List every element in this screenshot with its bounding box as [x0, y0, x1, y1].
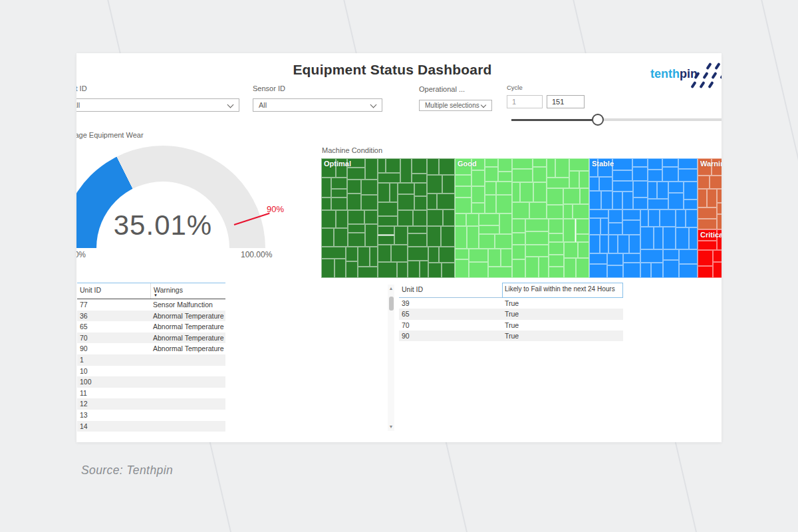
treemap-cell[interactable] — [668, 182, 684, 192]
column-header-warnings[interactable]: Warnings ▼ — [150, 283, 225, 299]
treemap-cell[interactable] — [427, 158, 439, 175]
table-row[interactable]: 100 — [77, 376, 225, 388]
treemap-cell[interactable] — [479, 225, 499, 235]
treemap-cell[interactable] — [321, 198, 331, 210]
treemap-cell[interactable] — [378, 158, 386, 173]
treemap-cell[interactable] — [564, 258, 576, 278]
treemap-cell[interactable] — [698, 250, 713, 266]
table-row[interactable]: 10 — [77, 366, 225, 377]
treemap-cell[interactable] — [437, 194, 455, 209]
treemap-cell[interactable] — [378, 173, 400, 184]
treemap-cell[interactable] — [427, 226, 441, 247]
treemap-cell[interactable] — [501, 249, 512, 267]
treemap-cell[interactable] — [390, 183, 398, 201]
treemap-cell[interactable] — [589, 264, 607, 278]
treemap-cell[interactable] — [455, 259, 469, 278]
treemap-cell[interactable] — [686, 209, 698, 228]
treemap-cell[interactable] — [608, 235, 618, 253]
treemap-cell[interactable] — [607, 253, 623, 265]
table-row[interactable]: 90Abnormal Temperature — [77, 343, 225, 354]
treemap-cell[interactable] — [589, 177, 599, 191]
treemap-cell[interactable] — [607, 265, 623, 278]
table-row[interactable]: 12 — [77, 398, 225, 410]
treemap-cell[interactable] — [442, 175, 455, 194]
treemap-cell[interactable] — [648, 158, 662, 170]
treemap-cell[interactable] — [471, 186, 484, 203]
table-row[interactable]: 39True — [399, 298, 623, 309]
treemap-cell[interactable] — [648, 170, 662, 182]
treemap-cell[interactable] — [589, 218, 600, 235]
treemap-cell[interactable] — [576, 234, 589, 242]
treemap-cell[interactable] — [549, 267, 564, 278]
treemap-cell[interactable] — [525, 245, 549, 257]
treemap-cell[interactable] — [563, 219, 575, 242]
treemap-cell[interactable] — [569, 171, 579, 188]
treemap-cell[interactable] — [358, 247, 370, 266]
treemap-cell[interactable] — [529, 202, 546, 219]
table-row[interactable]: 65True — [399, 309, 623, 319]
table-row[interactable]: 70True — [399, 320, 623, 331]
warnings-table-scrollbar[interactable]: ▲ ▼ — [388, 285, 394, 431]
treemap-cell[interactable] — [427, 175, 442, 194]
treemap-cell[interactable] — [662, 167, 678, 182]
treemap-cell[interactable] — [439, 158, 455, 175]
treemap-cell[interactable] — [370, 247, 378, 266]
treemap-cell[interactable] — [346, 261, 357, 278]
treemap-cell[interactable] — [648, 209, 659, 227]
treemap-cell[interactable] — [442, 263, 455, 278]
treemap-cell[interactable] — [710, 176, 722, 189]
treemap-cell[interactable] — [563, 204, 573, 219]
treemap-cell[interactable] — [471, 203, 484, 213]
treemap-cell[interactable] — [443, 209, 455, 226]
treemap-cell[interactable] — [485, 158, 498, 167]
treemap-cell[interactable] — [676, 227, 689, 249]
treemap-cell[interactable] — [455, 186, 471, 198]
treemap-cell[interactable] — [420, 261, 428, 278]
treemap-cell[interactable] — [331, 189, 347, 198]
treemap-cell[interactable] — [564, 242, 579, 258]
treemap-cell[interactable] — [640, 227, 654, 249]
treemap-cell[interactable] — [632, 158, 648, 167]
treemap-cell[interactable] — [679, 264, 698, 278]
treemap-cell[interactable] — [471, 170, 484, 186]
treemap-cell[interactable] — [632, 167, 648, 182]
treemap-cell[interactable] — [563, 188, 580, 204]
treemap-cell[interactable] — [668, 193, 684, 209]
treemap-cell[interactable] — [488, 267, 512, 278]
treemap-cell[interactable] — [321, 210, 336, 228]
treemap-cell[interactable] — [589, 253, 607, 264]
treemap-cell[interactable] — [589, 235, 600, 253]
treemap-cell[interactable] — [361, 195, 378, 210]
treemap-cell[interactable] — [612, 158, 632, 170]
treemap-cell[interactable] — [378, 226, 394, 235]
treemap-cell[interactable] — [331, 198, 347, 210]
treemap-cell[interactable] — [608, 209, 622, 223]
treemap-cell[interactable] — [408, 233, 426, 246]
treemap-cell[interactable] — [365, 224, 378, 247]
treemap-cell[interactable] — [525, 219, 549, 231]
treemap-cell[interactable] — [485, 195, 496, 213]
scroll-up-icon[interactable]: ▲ — [388, 286, 394, 291]
cycle-to-input[interactable]: 151 — [547, 95, 585, 108]
treemap-cell[interactable] — [378, 216, 398, 227]
treemap-cell[interactable] — [499, 213, 512, 235]
treemap-cell[interactable] — [469, 249, 487, 262]
treemap-cell[interactable] — [640, 263, 650, 278]
treemap-cell[interactable] — [414, 183, 427, 196]
cycle-slider-track[interactable] — [598, 118, 722, 121]
treemap-cell[interactable] — [331, 178, 347, 189]
treemap-cell[interactable] — [698, 207, 717, 219]
treemap-cell[interactable] — [496, 182, 512, 196]
treemap-cell[interactable] — [698, 266, 713, 278]
treemap-cell[interactable] — [455, 226, 467, 249]
treemap-cell[interactable] — [391, 245, 408, 262]
treemap-cell[interactable] — [657, 182, 668, 199]
table-row[interactable]: 77Sensor Malfunction — [77, 299, 225, 311]
treemap-cell[interactable] — [414, 196, 427, 210]
treemap-cell[interactable] — [427, 209, 443, 226]
treemap-cell[interactable] — [533, 182, 546, 202]
treemap-cell[interactable] — [599, 177, 612, 191]
treemap-cell[interactable] — [321, 259, 334, 278]
treemap-cell[interactable] — [660, 209, 676, 227]
treemap-cell[interactable] — [579, 171, 589, 188]
